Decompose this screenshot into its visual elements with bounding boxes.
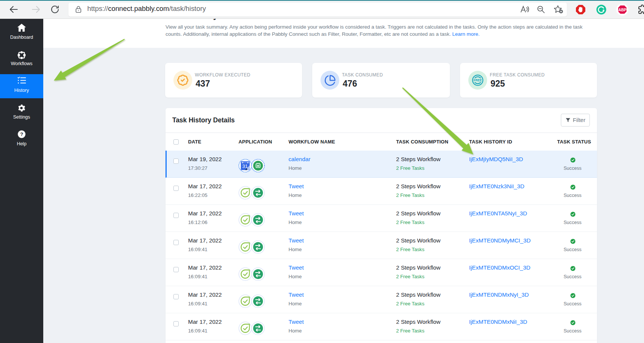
svg-text:31: 31 [242, 163, 248, 169]
svg-text:FREE: FREE [474, 79, 482, 82]
svg-text:ABP: ABP [618, 8, 626, 12]
svg-text:?: ? [20, 131, 23, 137]
